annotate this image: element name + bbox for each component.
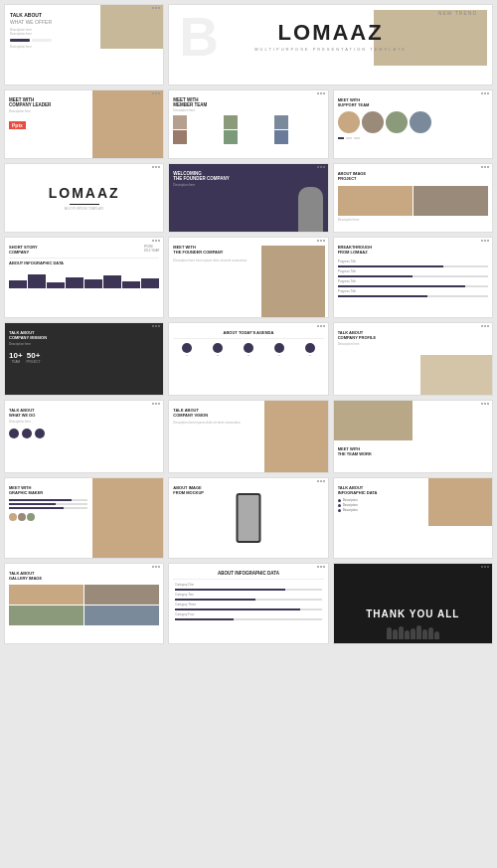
slide-meet-member[interactable]: MEET WITH MEMBER TEAM Description here [168,89,328,159]
row-1: MEET WITH COMPANY LEADER Description her… [4,89,493,159]
row-5: TALK ABOUT WHAT WE DO Description here T… [4,400,493,473]
slide-graphic-maker[interactable]: MEET WITH GRAPHIC MAKER [4,477,164,559]
slide-gallery[interactable]: TALK ABOUT GALLERY IMAGE [4,563,164,644]
row-2: LOMAAZ MULTIPURPOSE TEMPLATE WELCOMING T… [4,163,493,233]
slide-agenda[interactable]: ABOUT TODAY'S AGENDA 01 02 03 [168,322,328,396]
slide-what-we-do[interactable]: TALK ABOUT WHAT WE DO Description here [4,400,164,473]
slide-infographic[interactable]: TALK ABOUT INFOGRAPHIC DATA Description … [333,477,493,559]
logo-slide-text: LOMAAZ [49,185,120,201]
row-6: MEET WITH GRAPHIC MAKER [4,477,493,559]
slides-container: TALK ABOUT WHAT WE OFFER Description her… [0,0,497,648]
slide-mission[interactable]: TALK ABOUT COMPANY MISSION Description h… [4,322,164,396]
hero-slide[interactable]: B NEW TREND LOMAAZ MULTIPURPOSE PRESENTA… [168,4,493,86]
slide-welcoming[interactable]: WELCOMING THE FOUNDER COMPANY Descriptio… [168,163,328,233]
slide-under-company[interactable]: TALK ABOUT WHAT WE OFFER Description her… [4,4,164,86]
slide-meet-leader[interactable]: MEET WITH COMPANY LEADER Description her… [4,89,164,159]
row-4: TALK ABOUT COMPANY MISSION Description h… [4,322,493,396]
agenda-title: ABOUT TODAY'S AGENDA [173,330,323,335]
row-7: TALK ABOUT GALLERY IMAGE ABOUT INFOGRAPH… [4,563,493,644]
slide-thank-you[interactable]: THANK YOU ALL [333,563,493,644]
slide-image-project[interactable]: ABOUT IMAGE PROJECT Description here [333,163,493,233]
slide-vision[interactable]: TALK ABOUT COMPANY VISION Description lo… [168,400,328,473]
slide-breakthrough[interactable]: BREAKTHROUGH FROM LOMAAZ Progress Title … [333,237,493,318]
slide-meet-support[interactable]: MEET WITH SUPPORT TEAM [333,89,493,159]
slide-infographic-bars[interactable]: ABOUT INFOGRAPHIC DATA Category One Cate… [168,563,328,644]
slide-short-story[interactable]: SHORT STORYCOMPANY FROM2016 YEAR ABOUT I… [4,237,164,318]
new-trend-badge: NEW TREND [438,10,477,16]
slide-profile[interactable]: TALK ABOUT COMPANY PROFILE Description h… [333,322,493,396]
slide-mockup[interactable]: ABOUT IMAGE FROM MOCKUP [168,477,328,559]
hero-logo: LOMAAZ [254,20,407,46]
thank-you-title: THANK YOU ALL [366,608,459,620]
pptx-badge: Pptx [9,121,26,129]
slide-subtitle: WHAT WE OFFER [10,19,158,25]
hero-tagline: MULTIPURPOSE PRESENTATION TEMPLATE [254,47,407,52]
slide-founder[interactable]: MEET WITH THE FOUNDER COMPANY Descriptio… [168,237,328,318]
slide-logo-minimal[interactable]: LOMAAZ MULTIPURPOSE TEMPLATE [4,163,164,233]
row-0: TALK ABOUT WHAT WE OFFER Description her… [4,4,493,86]
row-3: SHORT STORYCOMPANY FROM2016 YEAR ABOUT I… [4,237,493,318]
slide-team-work[interactable]: MEET WITH THE TEAM WORK [333,400,493,473]
